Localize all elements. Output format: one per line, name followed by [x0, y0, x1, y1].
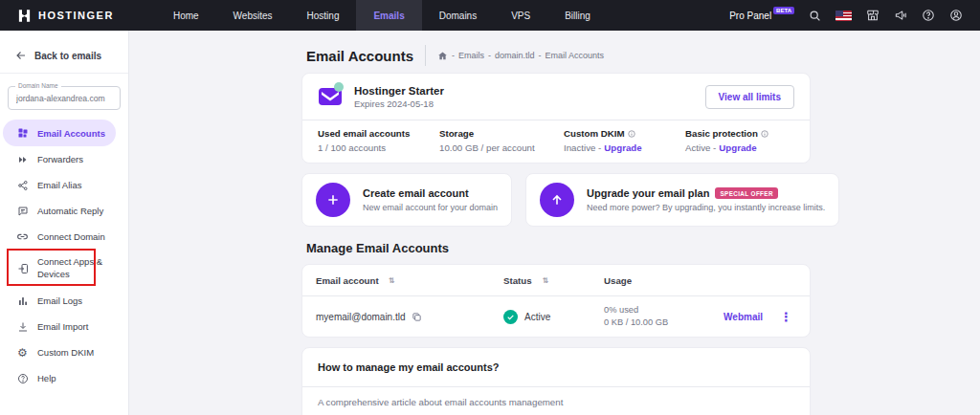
help-card-title: How to manage my email accounts?	[302, 348, 810, 387]
breadcrumb-domain[interactable]: domain.tld	[495, 51, 535, 60]
upgrade-link[interactable]: Upgrade	[719, 142, 756, 153]
status-badge: Active	[524, 312, 550, 322]
breadcrumb-sep: -	[452, 51, 455, 60]
megaphone-icon[interactable]	[894, 9, 907, 22]
hostinger-logo[interactable]: HOSTINGER	[0, 0, 129, 31]
pro-panel-link[interactable]: Pro Panel BETA	[729, 11, 794, 21]
col-header-label: Status	[503, 275, 532, 286]
manage-section-title: Manage Email Accounts	[301, 241, 811, 255]
sidebar: Back to emails Domain Name jordana-alexa…	[0, 31, 129, 415]
nav-hosting[interactable]: Hosting	[290, 0, 357, 31]
col-header-label: Email account	[316, 275, 379, 286]
sort-icon[interactable]: ⇅	[389, 276, 395, 285]
status-cell: Active	[503, 310, 604, 324]
nav-billing[interactable]: Billing	[547, 0, 608, 31]
create-card-text: Create email account New email account f…	[363, 187, 498, 212]
stat-custom-dkim: Custom DKIM Inactive -Upgrade	[559, 128, 680, 153]
stat-value-text: Inactive -	[564, 142, 601, 153]
view-all-limits-button[interactable]: View all limits	[705, 85, 794, 109]
nav-domains[interactable]: Domains	[422, 0, 494, 31]
brand-name: HOSTINGER	[38, 10, 114, 21]
stat-value-text: Active -	[685, 142, 716, 153]
stat-value: Inactive -Upgrade	[564, 142, 680, 153]
nav-websites[interactable]: Websites	[216, 0, 290, 31]
usage-detail: 0 KB / 10.00 GB	[604, 317, 724, 329]
upgrade-email-plan-card[interactable]: Upgrade your email plan SPECIAL OFFER Ne…	[525, 173, 839, 227]
beta-badge: BETA	[773, 7, 794, 14]
sidebar-item-label: Email Import	[37, 321, 88, 332]
home-icon[interactable]	[437, 51, 448, 61]
sidebar-item-label: Help	[37, 373, 56, 383]
forward-icon	[16, 154, 29, 165]
sidebar-item-label: Email Accounts	[37, 128, 105, 139]
breadcrumb-sep: -	[539, 51, 542, 60]
store-icon[interactable]	[866, 9, 880, 22]
col-header-label: Usage	[604, 275, 632, 286]
upgrade-card-title: Upgrade your email plan SPECIAL OFFER	[587, 187, 825, 199]
sidebar-item-connect-apps-devices[interactable]: Connect Apps & Devices	[0, 250, 128, 288]
arrow-up-icon	[540, 183, 574, 217]
sidebar-item-email-logs[interactable]: Email Logs	[0, 288, 128, 314]
device-connect-icon	[16, 263, 29, 274]
nav-emails[interactable]: Emails	[356, 0, 421, 31]
upgrade-card-text: Upgrade your email plan SPECIAL OFFER Ne…	[587, 187, 825, 212]
help-card-desc: A comprehensive article about email acco…	[318, 397, 794, 407]
plan-name: Hostinger Starter	[354, 85, 444, 97]
breadcrumb-current: Email Accounts	[546, 51, 605, 60]
info-icon[interactable]	[628, 130, 635, 138]
search-icon[interactable]	[809, 10, 821, 22]
email-cell: myemail@domain.tld	[316, 312, 503, 322]
upgrade-card-desc: Need more power? By upgrading, you insta…	[587, 203, 825, 212]
kebab-menu-icon[interactable]: ⋮	[780, 311, 792, 323]
sidebar-item-custom-dkim[interactable]: ⚙ Custom DKIM	[0, 339, 128, 365]
stat-used-accounts: Used email accounts 1 / 100 accounts	[313, 128, 434, 153]
copy-icon[interactable]	[412, 312, 422, 322]
webmail-link[interactable]: Webmail	[724, 312, 763, 322]
sidebar-item-label: Connect Domain	[37, 231, 105, 242]
sidebar-item-email-import[interactable]: Email Import	[0, 314, 128, 339]
special-offer-badge: SPECIAL OFFER	[715, 187, 777, 199]
create-email-account-card[interactable]: Create email account New email account f…	[301, 173, 512, 227]
grid-icon	[16, 127, 29, 139]
breadcrumb-sep: -	[488, 51, 491, 60]
info-icon[interactable]	[761, 130, 768, 138]
sidebar-item-connect-domain[interactable]: Connect Domain	[0, 224, 128, 250]
domain-select-label: Domain Name	[15, 82, 61, 89]
stat-label: Storage	[439, 128, 559, 139]
sidebar-item-label: Email Alias	[37, 180, 81, 190]
nav-vps[interactable]: VPS	[494, 0, 547, 31]
create-card-title: Create email account	[363, 187, 498, 199]
sidebar-item-email-accounts[interactable]: Email Accounts	[3, 120, 116, 146]
breadcrumb-emails[interactable]: Emails	[458, 51, 484, 60]
header-divider	[425, 45, 426, 66]
sidebar-item-forwarders[interactable]: Forwarders	[0, 146, 128, 172]
back-to-emails-link[interactable]: Back to emails	[0, 31, 128, 74]
help-circle-icon[interactable]	[922, 9, 935, 22]
domain-select[interactable]: Domain Name jordana-alexandrea.com	[8, 86, 121, 110]
upgrade-link[interactable]: Upgrade	[604, 142, 641, 153]
sidebar-item-email-alias[interactable]: Email Alias	[0, 172, 128, 198]
usage-percent: 0% used	[604, 304, 724, 317]
sidebar-item-label: Connect Apps & Devices	[37, 256, 106, 281]
sidebar-item-help[interactable]: Help	[0, 365, 128, 391]
stat-value: 1 / 100 accounts	[318, 142, 434, 153]
sidebar-item-label: Email Logs	[37, 295, 82, 306]
email-address: myemail@domain.tld	[316, 312, 406, 322]
stat-label-text: Basic protection	[685, 128, 758, 139]
col-header-email[interactable]: Email account ⇅	[316, 275, 503, 286]
upgrade-title-text: Upgrade your email plan	[587, 187, 709, 199]
sidebar-item-automatic-reply[interactable]: Automatic Reply	[0, 198, 128, 224]
back-arrow-icon	[15, 50, 27, 61]
breadcrumb: - Emails - domain.tld - Email Accounts	[437, 51, 604, 61]
sort-icon[interactable]: ⇅	[543, 276, 549, 285]
language-flag-icon[interactable]	[835, 11, 852, 21]
plan-card: Hostinger Starter Expires 2024-05-18 Vie…	[301, 73, 811, 164]
stat-label-text: Custom DKIM	[564, 128, 625, 139]
chat-bubble-icon	[16, 206, 29, 217]
hostinger-h-icon	[17, 9, 32, 23]
page-header: Email Accounts - Emails - domain.tld - E…	[301, 45, 811, 66]
nav-home[interactable]: Home	[156, 0, 216, 31]
account-icon[interactable]	[949, 9, 963, 22]
domain-select-value: jordana-alexandrea.com	[16, 94, 105, 103]
col-header-status[interactable]: Status ⇅	[503, 275, 604, 286]
